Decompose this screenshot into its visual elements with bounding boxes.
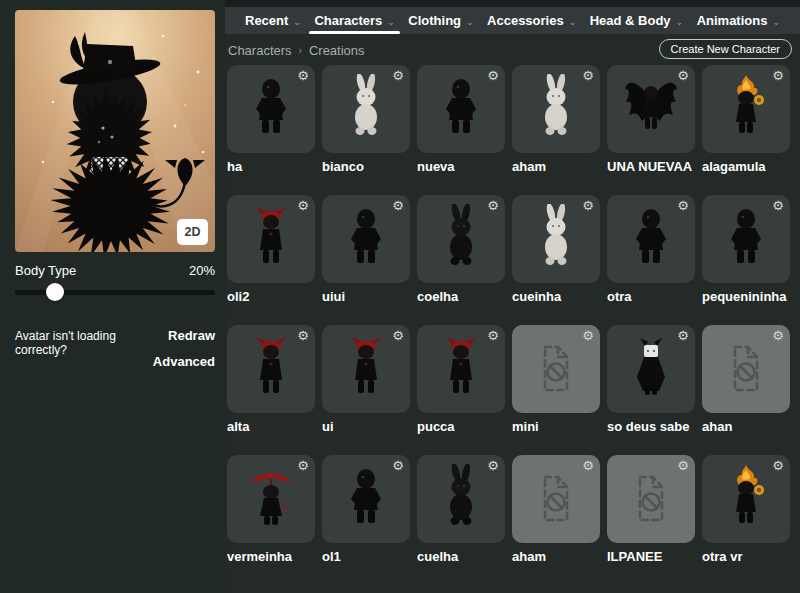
category-tab-bar: Recent⌄Characters⌄Clothing⌄Accessories⌄H… (225, 7, 800, 34)
gear-icon[interactable]: ⚙ (582, 198, 594, 213)
avatar-preview[interactable]: 2D (15, 10, 215, 252)
character-cell: ⚙ILPANEE (607, 455, 695, 564)
character-card[interactable]: ⚙ (227, 195, 315, 283)
gear-icon[interactable]: ⚙ (487, 198, 499, 213)
avatar-thumbnail (336, 74, 396, 144)
tab-characters[interactable]: Characters⌄ (314, 7, 394, 34)
gear-icon[interactable]: ⚙ (392, 68, 404, 83)
breadcrumb-characters[interactable]: Characters (228, 43, 292, 58)
gear-icon[interactable]: ⚙ (297, 198, 309, 213)
character-card[interactable]: ⚙ (322, 195, 410, 283)
character-cell: ⚙bianco (322, 65, 410, 174)
character-card[interactable]: ⚙ (512, 195, 600, 283)
character-card[interactable]: ⚙ (607, 195, 695, 283)
character-card[interactable]: ⚙ (607, 455, 695, 543)
gear-icon[interactable]: ⚙ (487, 68, 499, 83)
blocked-document-icon (526, 464, 586, 534)
slider-thumb[interactable] (46, 283, 64, 301)
chevron-down-icon: ⌄ (466, 17, 474, 27)
character-card[interactable]: ⚙ (607, 325, 695, 413)
character-card[interactable]: ⚙ (227, 65, 315, 153)
character-cell: ⚙ui (322, 325, 410, 434)
character-card[interactable]: ⚙ (702, 65, 790, 153)
avatar-thumbnail (716, 464, 776, 534)
character-card[interactable]: ⚙ (417, 325, 505, 413)
blocked-document-icon (621, 464, 681, 534)
character-name: pucca (417, 419, 505, 434)
gear-icon[interactable]: ⚙ (297, 68, 309, 83)
gear-icon[interactable]: ⚙ (677, 198, 689, 213)
gear-icon[interactable]: ⚙ (772, 198, 784, 213)
avatar-thumbnail (336, 464, 396, 534)
character-card[interactable]: ⚙ (417, 65, 505, 153)
gear-icon[interactable]: ⚙ (772, 68, 784, 83)
avatar-thumbnail (431, 204, 491, 274)
chevron-down-icon: ⌄ (569, 17, 577, 27)
character-card[interactable]: ⚙ (322, 455, 410, 543)
tab-animations[interactable]: Animations⌄ (697, 7, 780, 34)
slider-track[interactable] (15, 290, 215, 295)
character-card[interactable]: ⚙ (417, 195, 505, 283)
character-cell: ⚙UNA NUEVAA (607, 65, 695, 174)
character-cell: ⚙mini (512, 325, 600, 434)
character-card[interactable]: ⚙ (512, 455, 600, 543)
character-cell: ⚙cuelha (417, 455, 505, 564)
gear-icon[interactable]: ⚙ (582, 68, 594, 83)
tab-recent[interactable]: Recent⌄ (245, 7, 301, 34)
body-type-label: Body Type (15, 263, 76, 278)
avatar-loading-hint: Avatar isn't loading correctly? (15, 329, 168, 357)
character-card[interactable]: ⚙ (322, 325, 410, 413)
breadcrumb-creations[interactable]: Creations (309, 43, 365, 58)
gear-icon[interactable]: ⚙ (392, 198, 404, 213)
gear-icon[interactable]: ⚙ (677, 328, 689, 343)
character-cell: ⚙ahan (702, 325, 790, 434)
character-card[interactable]: ⚙ (417, 455, 505, 543)
chevron-right-icon: › (299, 45, 302, 56)
avatar-thumbnail (621, 334, 681, 404)
gear-icon[interactable]: ⚙ (677, 458, 689, 473)
avatar-panel: 2D Body Type 20% Avatar isn't loading co… (0, 0, 225, 593)
create-new-character-button[interactable]: Create New Character (659, 39, 792, 59)
character-card[interactable]: ⚙ (702, 455, 790, 543)
character-name: UNA NUEVAA (607, 159, 695, 174)
character-card[interactable]: ⚙ (227, 325, 315, 413)
tab-head-body[interactable]: Head & Body⌄ (590, 7, 683, 34)
view-2d-button[interactable]: 2D (177, 219, 208, 245)
tab-clothing[interactable]: Clothing⌄ (408, 7, 473, 34)
character-card[interactable]: ⚙ (512, 65, 600, 153)
gear-icon[interactable]: ⚙ (487, 458, 499, 473)
gear-icon[interactable]: ⚙ (772, 458, 784, 473)
character-cell: ⚙otra vr (702, 455, 790, 564)
character-cell: ⚙aham (512, 65, 600, 174)
character-name: mini (512, 419, 600, 434)
tab-label: Characters (314, 13, 382, 28)
avatar-thumbnail (431, 464, 491, 534)
gear-icon[interactable]: ⚙ (677, 68, 689, 83)
advanced-link[interactable]: Advanced (153, 354, 215, 369)
character-name: alagamula (702, 159, 790, 174)
gear-icon[interactable]: ⚙ (392, 458, 404, 473)
gear-icon[interactable]: ⚙ (297, 328, 309, 343)
character-name: ui (322, 419, 410, 434)
gear-icon[interactable]: ⚙ (487, 328, 499, 343)
character-card[interactable]: ⚙ (227, 455, 315, 543)
character-card[interactable]: ⚙ (702, 325, 790, 413)
character-card[interactable]: ⚙ (512, 325, 600, 413)
character-card[interactable]: ⚙ (607, 65, 695, 153)
character-name: nueva (417, 159, 505, 174)
chevron-down-icon: ⌄ (387, 17, 395, 27)
character-card[interactable]: ⚙ (702, 195, 790, 283)
character-name: alta (227, 419, 315, 434)
tab-accessories[interactable]: Accessories⌄ (487, 7, 576, 34)
gear-icon[interactable]: ⚙ (772, 328, 784, 343)
gear-icon[interactable]: ⚙ (297, 458, 309, 473)
body-type-slider[interactable] (15, 283, 215, 301)
character-cell: ⚙pucca (417, 325, 505, 434)
gear-icon[interactable]: ⚙ (392, 328, 404, 343)
gear-icon[interactable]: ⚙ (582, 458, 594, 473)
character-card[interactable]: ⚙ (322, 65, 410, 153)
redraw-link[interactable]: Redraw (168, 328, 215, 343)
avatar-thumbnail (621, 74, 681, 144)
avatar-thumbnail (716, 74, 776, 144)
gear-icon[interactable]: ⚙ (582, 328, 594, 343)
